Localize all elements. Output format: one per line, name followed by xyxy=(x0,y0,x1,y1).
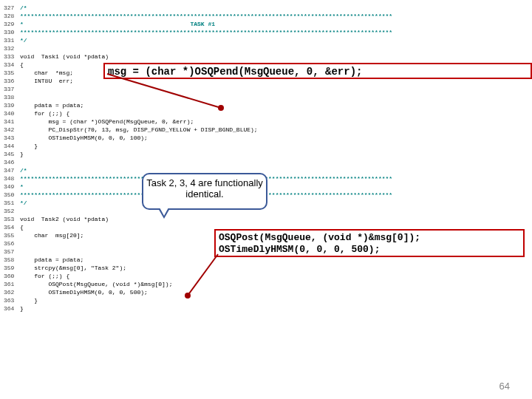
callout-line-1: OSQPost(MsgQueue, (void *)&msg[0]); xyxy=(219,232,520,244)
code-listing: 327/* 328*******************************… xyxy=(4,4,392,313)
callout-osqpost: OSQPost(MsgQueue, (void *)&msg[0]); OSTi… xyxy=(214,229,525,257)
callout-osqpend: msg = (char *)OSQPend(MsgQueue, 0, &err)… xyxy=(103,63,532,79)
callout-line-2: OSTimeDlyHMSM(0, 0, 0, 500); xyxy=(219,244,520,256)
anchor-dot-1 xyxy=(218,105,224,111)
page-number: 64 xyxy=(499,381,510,392)
speech-bubble: Task 2, 3, 4 are functionally identical. xyxy=(142,173,267,210)
anchor-dot-2 xyxy=(185,293,191,299)
